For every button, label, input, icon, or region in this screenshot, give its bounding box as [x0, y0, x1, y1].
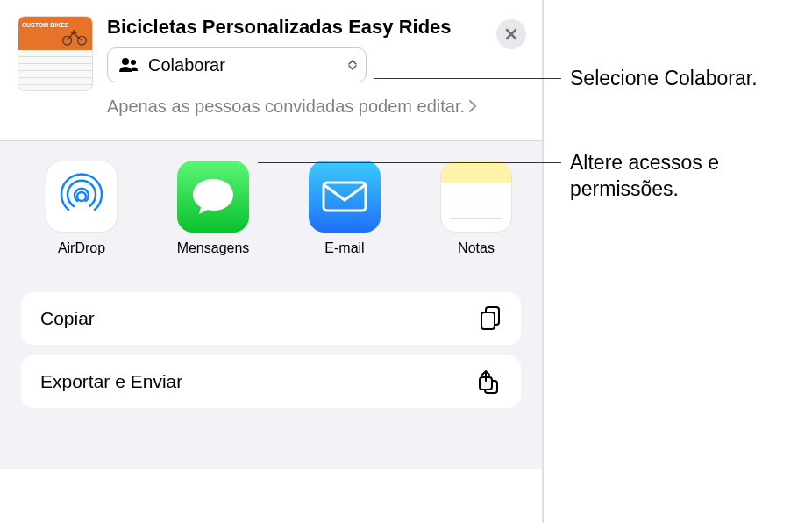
dropdown-arrows-icon [348, 60, 357, 70]
export-send-action[interactable]: Exportar e Enviar [21, 355, 521, 408]
notes-icon [440, 161, 512, 233]
mail-icon [309, 161, 381, 233]
collaborate-dropdown[interactable]: Colaborar [107, 47, 367, 82]
copy-action[interactable]: Copiar [21, 292, 521, 345]
callout-line [258, 162, 561, 163]
svg-point-2 [122, 58, 129, 65]
close-icon [505, 28, 517, 40]
app-label: Mensagens [177, 240, 250, 256]
share-icon [477, 369, 502, 395]
app-label: Notas [458, 240, 495, 256]
mail-app[interactable]: E-mail [279, 161, 410, 266]
messages-icon [177, 161, 249, 233]
callout-select-collaborate: Selecione Colaborar. [570, 65, 758, 91]
callout-line [374, 78, 561, 79]
svg-rect-5 [324, 183, 366, 211]
collaborate-label: Colaborar [148, 55, 225, 75]
bicycle-icon [62, 27, 87, 47]
permissions-row[interactable]: Apenas as pessoas convidadas podem edita… [107, 95, 524, 118]
document-title: Bicicletas Personalizadas Easy Rides [107, 16, 524, 39]
action-label: Copiar [40, 308, 95, 329]
airdrop-icon [46, 161, 118, 233]
app-row: AirDrop Mensagens E-mai [0, 141, 542, 271]
close-button[interactable] [496, 19, 526, 49]
copy-icon [479, 305, 502, 332]
svg-point-3 [131, 60, 136, 65]
action-label: Exportar e Enviar [40, 371, 182, 392]
document-thumbnail: CUSTOM BIKES [18, 16, 93, 91]
messages-app[interactable]: Mensagens [147, 161, 279, 266]
people-icon [118, 57, 139, 73]
permissions-text: Apenas as pessoas convidadas podem edita… [107, 95, 465, 118]
app-label: AirDrop [58, 240, 105, 256]
notes-app[interactable]: Notas [410, 161, 542, 266]
action-list: Copiar Exportar e Enviar [0, 271, 542, 408]
header-right: Bicicletas Personalizadas Easy Rides Col… [107, 16, 524, 118]
callout-change-access: Altere acessos e permissões. [570, 149, 812, 202]
svg-point-4 [77, 192, 86, 201]
chevron-right-icon [468, 99, 477, 113]
app-label: E-mail [324, 240, 364, 256]
header-section: CUSTOM BIKES Bicicletas Personalizadas E… [0, 0, 542, 126]
airdrop-app[interactable]: AirDrop [16, 161, 147, 266]
share-options-section: AirDrop Mensagens E-mai [0, 141, 542, 469]
svg-rect-6 [481, 312, 495, 329]
